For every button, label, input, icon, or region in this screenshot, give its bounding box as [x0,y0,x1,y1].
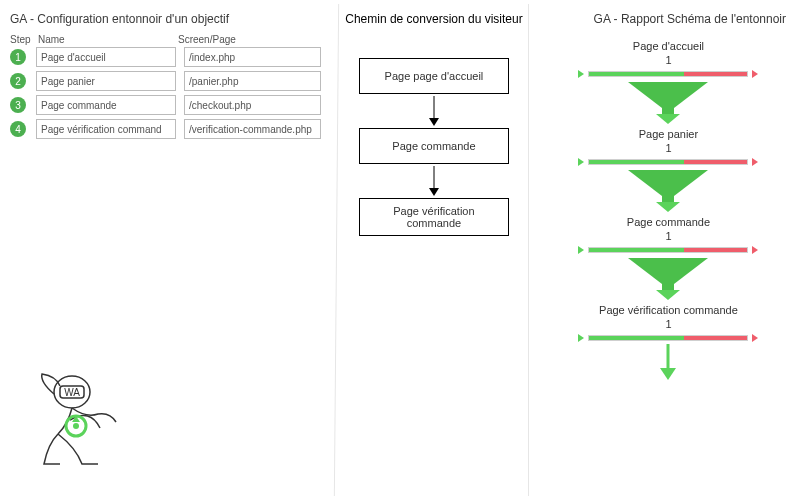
funnel-bar-icon [588,335,748,341]
step-page-input[interactable] [184,119,321,139]
arrow-down-icon [424,164,444,198]
header-page: Screen/Page [178,34,321,45]
funnel-stage-title: Page panier [578,128,758,140]
funnel-stage-bar [578,332,758,344]
funnel-stage-count: 1 [578,54,758,66]
svg-marker-13 [656,202,680,212]
step-page-input[interactable] [184,95,321,115]
path-step-label: Page vérification commande [368,205,500,229]
svg-rect-9 [662,106,674,114]
header-name: Name [38,34,178,45]
heading-report: GA - Rapport Schéma de l'entonnoir [547,8,790,34]
funnel-bar-icon [588,247,748,253]
path-step-box: Page commande [359,128,509,164]
svg-marker-10 [656,114,680,124]
path-step-box: Page vérification commande [359,198,509,236]
funnel-bar-icon [588,159,748,165]
step-name-input[interactable] [36,119,176,139]
path-step-label: Page commande [392,140,475,152]
svg-rect-15 [662,282,674,290]
svg-marker-5 [429,118,439,126]
svg-marker-14 [628,258,708,284]
config-row: 2 [10,71,321,91]
funnel-stage-count: 1 [578,142,758,154]
config-row: 3 [10,95,321,115]
config-row: 1 [10,47,321,67]
svg-rect-12 [662,194,674,202]
config-row: 4 [10,119,321,139]
heading-path: Chemin de conversion du visiteur [329,8,539,34]
exit-arrow-icon [752,246,758,254]
config-table-header: Step Name Screen/Page [10,34,321,45]
mascot-label: WA [64,387,80,398]
exit-arrow-icon [752,334,758,342]
config-column: GA - Configuration entonnoir d'un object… [10,8,321,492]
svg-marker-7 [429,188,439,196]
step-page-input[interactable] [184,71,321,91]
funnel-stage-bar [578,156,758,168]
step-badge: 3 [10,97,26,113]
funnel-stage-title: Page vérification commande [578,304,758,316]
funnel-cone-icon [578,78,758,126]
heading-config: GA - Configuration entonnoir d'un object… [10,8,321,34]
step-badge: 1 [10,49,26,65]
exit-arrow-icon [752,70,758,78]
step-name-input[interactable] [36,47,176,67]
funnel-stage-title: Page d'accueil [578,40,758,52]
funnel-cone-icon [578,166,758,214]
funnel-stage-title: Page commande [578,216,758,228]
step-name-input[interactable] [36,71,176,91]
svg-marker-11 [628,170,708,196]
entry-arrow-icon [578,334,584,342]
funnel-cone-icon [578,254,758,302]
funnel-stage: Page commande1 [578,216,758,302]
funnel-stage-bar [578,68,758,80]
funnel-stage-count: 1 [578,230,758,242]
step-page-input[interactable] [184,47,321,67]
funnel-stage: Page d'accueil1 [578,40,758,126]
funnel-stage-count: 1 [578,318,758,330]
funnel-stage-bar [578,244,758,256]
funnel-stage: Page vérification commande1 [578,304,758,390]
step-name-input[interactable] [36,95,176,115]
arrow-down-icon [424,94,444,128]
step-badge: 2 [10,73,26,89]
entry-arrow-icon [578,246,584,254]
path-step-label: Page page d'accueil [385,70,484,82]
entry-arrow-icon [578,70,584,78]
funnel-stage: Page panier1 [578,128,758,214]
svg-marker-8 [628,82,708,108]
path-step-box: Page page d'accueil [359,58,509,94]
funnel-bar-icon [588,71,748,77]
funnel-report-column: GA - Rapport Schéma de l'entonnoir Page … [547,8,790,492]
exit-arrow-icon [752,158,758,166]
entry-arrow-icon [578,158,584,166]
funnel-cone-icon [578,342,758,390]
svg-marker-16 [656,290,680,300]
header-step: Step [10,34,38,45]
step-badge: 4 [10,121,26,137]
mascot-icon: WA [20,364,140,486]
svg-point-3 [73,423,79,429]
svg-marker-18 [660,368,676,380]
visitor-path-column: Chemin de conversion du visiteur Page pa… [329,8,539,492]
